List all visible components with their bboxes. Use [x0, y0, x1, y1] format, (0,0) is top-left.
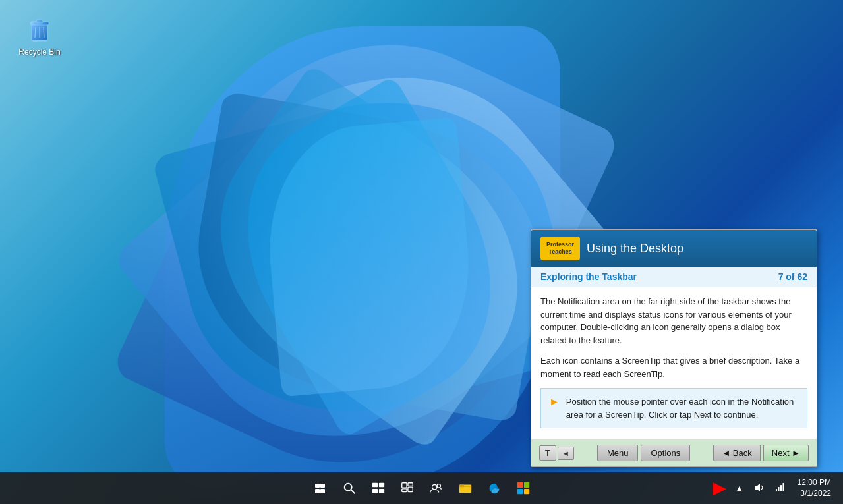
popup-footer: T ◄ Menu Options ◄ Back Next ►	[531, 439, 817, 466]
options-button[interactable]: Options	[641, 445, 690, 461]
svg-point-17	[432, 485, 436, 490]
scroll-back-button[interactable]: ◄	[558, 447, 574, 460]
popup-paragraph-2: Each icon contains a ScreenTip that give…	[540, 354, 807, 380]
play-arrow-icon: ►	[549, 396, 560, 408]
svg-line-8	[351, 490, 355, 494]
popup-paragraph-1: The Notification area on the far right s…	[540, 295, 807, 347]
svg-rect-9	[372, 483, 377, 487]
taskbar: ▶ ▲ 12:00 PM 3/1/2022	[0, 472, 843, 504]
footer-right: ◄ Back Next ►	[713, 445, 809, 461]
popup-title: Using the Desktop	[587, 242, 683, 256]
network-icon[interactable]	[772, 480, 788, 497]
popup-subtitle: Exploring the Taskbar	[540, 271, 637, 282]
menu-button[interactable]: Menu	[597, 445, 639, 461]
popup-instruction-text: Position the mouse pointer over each ico…	[566, 395, 799, 421]
popup-header: Professor Teaches Using the Desktop	[531, 230, 817, 267]
back-button[interactable]: ◄ Back	[713, 445, 760, 461]
store-button[interactable]	[510, 475, 537, 501]
svg-rect-10	[378, 483, 384, 487]
svg-rect-25	[776, 489, 777, 491]
taskbar-right: ▶ ▲ 12:00 PM 3/1/2022	[713, 476, 835, 501]
svg-rect-26	[778, 487, 779, 491]
recycle-bin-label: Recycle Bin	[18, 47, 60, 57]
taskbar-center	[307, 475, 537, 501]
svg-rect-23	[517, 489, 522, 494]
text-size-button[interactable]: T	[539, 445, 556, 461]
popup-content: Exploring the Taskbar 7 of 62 The Notifi…	[531, 267, 817, 439]
recycle-bin-icon[interactable]: Recycle Bin	[13, 13, 66, 57]
start-button[interactable]	[307, 475, 334, 501]
svg-rect-27	[780, 485, 782, 491]
chat-button[interactable]	[423, 475, 450, 501]
popup-subtitle-bar: Exploring the Taskbar 7 of 62	[531, 267, 817, 287]
search-button[interactable]	[336, 475, 363, 501]
svg-rect-28	[782, 483, 784, 491]
svg-rect-13	[401, 483, 406, 488]
clock-time: 12:00 PM	[798, 477, 831, 488]
professor-logo: Professor Teaches	[540, 237, 580, 260]
file-explorer-button[interactable]	[452, 475, 479, 501]
svg-rect-20	[459, 485, 463, 488]
taskbar-clock[interactable]: 12:00 PM 3/1/2022	[794, 476, 835, 501]
recycle-bin-image	[24, 13, 55, 45]
footer-left: T ◄	[539, 445, 574, 461]
task-view-button[interactable]	[365, 475, 392, 501]
svg-rect-12	[378, 489, 384, 493]
popup-body: The Notification area on the far right s…	[531, 287, 817, 439]
widgets-button[interactable]	[394, 475, 421, 501]
tutorial-popup: Professor Teaches Using the Desktop Expl…	[531, 229, 817, 467]
popup-instruction-box: ► Position the mouse pointer over each i…	[540, 388, 807, 428]
svg-point-18	[436, 484, 440, 488]
speaker-icon[interactable]	[751, 480, 767, 497]
svg-point-7	[344, 484, 351, 491]
svg-rect-14	[407, 483, 412, 486]
svg-rect-24	[523, 489, 529, 494]
next-button[interactable]: Next ►	[763, 445, 809, 461]
popup-progress: 7 of 62	[778, 271, 807, 282]
svg-rect-16	[407, 487, 412, 491]
svg-rect-21	[517, 482, 522, 488]
red-arrow-indicator: ▶	[713, 479, 725, 497]
svg-rect-11	[372, 489, 377, 493]
edge-button[interactable]	[481, 475, 508, 501]
systray-chevron[interactable]: ▲	[733, 481, 746, 495]
svg-rect-3	[36, 20, 43, 23]
svg-rect-15	[401, 489, 406, 492]
footer-center: Menu Options	[597, 445, 690, 461]
clock-date: 3/1/2022	[798, 488, 831, 499]
svg-rect-22	[523, 482, 529, 488]
